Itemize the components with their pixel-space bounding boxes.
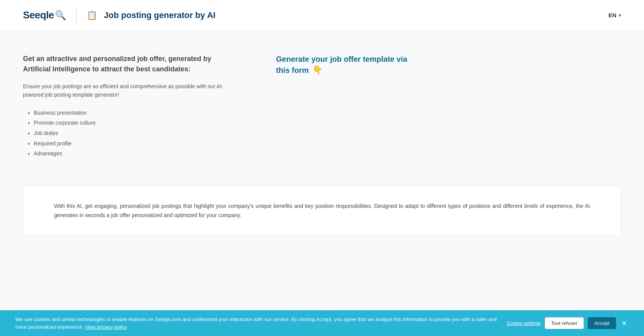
header: Seeqle 🔍 📋 Job posting generator by AI E… bbox=[0, 0, 644, 31]
main-content: Get an attractive and personalized job o… bbox=[0, 31, 644, 186]
page-title: Job posting generator by AI bbox=[104, 10, 215, 20]
header-divider bbox=[76, 8, 77, 22]
page-title-icon: 📋 bbox=[87, 10, 97, 20]
list-item: Advantages bbox=[34, 148, 238, 159]
cookie-accept-button[interactable]: Accept bbox=[588, 317, 616, 329]
left-panel: Get an attractive and personalized job o… bbox=[23, 54, 238, 170]
cookie-close-button[interactable]: ✕ bbox=[620, 318, 629, 328]
language-label: EN bbox=[608, 12, 616, 18]
cookie-settings-button[interactable]: Cookie settings bbox=[507, 320, 541, 326]
cookie-buttons: Cookie settings Tout refuser Accept ✕ bbox=[507, 317, 629, 329]
language-selector[interactable]: EN ▾ bbox=[608, 12, 621, 18]
header-left: Seeqle 🔍 📋 Job posting generator by AI bbox=[23, 8, 215, 22]
hand-icon: 👇 bbox=[312, 65, 323, 75]
hero-title: Get an attractive and personalized job o… bbox=[23, 54, 238, 74]
bottom-section: With this AI, get engaging, personalized… bbox=[23, 186, 621, 236]
bottom-text: With this AI, get engaging, personalized… bbox=[54, 201, 590, 220]
chevron-down-icon: ▾ bbox=[619, 13, 621, 18]
generate-text-line1: Generate your job offer template via bbox=[276, 55, 407, 63]
right-panel: Generate your job offer template via thi… bbox=[253, 54, 621, 170]
logo-icon: 🔍 bbox=[55, 10, 66, 21]
description-text: Ensure your job postings are as efficien… bbox=[23, 82, 238, 99]
list-item: Business presentation bbox=[34, 108, 238, 118]
cookie-text: We use cookies and similar technologies … bbox=[15, 316, 499, 331]
logo-text: Seeqle bbox=[23, 9, 54, 21]
cookie-refuse-button[interactable]: Tout refuser bbox=[545, 317, 584, 329]
list-item: Job duties bbox=[34, 128, 238, 138]
generate-text-line2: this form bbox=[276, 66, 309, 74]
generate-heading: Generate your job offer template via thi… bbox=[276, 54, 621, 76]
list-item: Required profile bbox=[34, 138, 238, 149]
privacy-policy-link[interactable]: View privacy policy bbox=[85, 324, 127, 330]
features-list: Business presentation Promote corporate … bbox=[23, 108, 238, 159]
logo[interactable]: Seeqle 🔍 bbox=[23, 9, 66, 21]
cookie-banner: We use cookies and similar technologies … bbox=[0, 310, 644, 336]
list-item: Promote corporate culture bbox=[34, 118, 238, 128]
